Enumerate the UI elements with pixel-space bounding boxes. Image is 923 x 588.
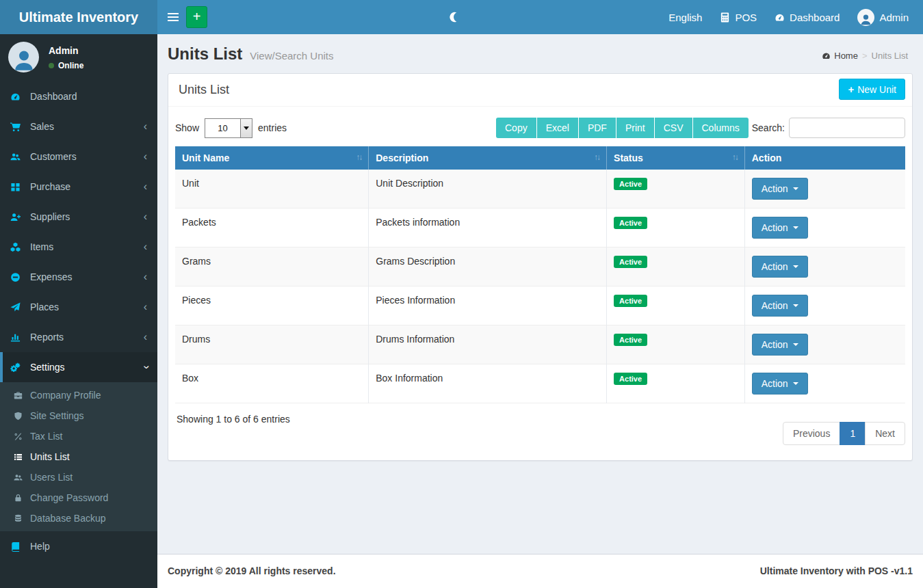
app-logo[interactable]: Ultimate Inventory [0, 0, 157, 34]
pagination-next[interactable]: Next [865, 422, 905, 445]
action-dropdown-button[interactable]: Action [752, 256, 808, 278]
briefcase-icon [14, 391, 30, 400]
top-navbar: + English POS Dashboard [157, 0, 923, 34]
panel-title: Units List [179, 83, 229, 96]
table-row: BoxBox InformationActiveAction [175, 364, 905, 403]
chevron-left-icon: ‹ [144, 302, 147, 312]
sidebar-item-sales[interactable]: Sales‹ [0, 111, 157, 142]
sidebar-subitem-units-list[interactable]: Units List [0, 446, 157, 467]
online-status-icon [49, 63, 54, 68]
breadcrumb-current: Units List [872, 51, 908, 61]
action-dropdown-button[interactable]: Action [752, 373, 808, 395]
sidebar-subitem-company-profile[interactable]: Company Profile [0, 385, 157, 405]
export-copy-button[interactable]: Copy [496, 118, 537, 138]
page-subtitle: View/Search Units [250, 50, 333, 62]
sidebar-item-purchase[interactable]: Purchase‹ [0, 172, 157, 202]
table-controls: Show 10 entries CopyExcelPDFPrintCSVColu… [175, 113, 905, 146]
nav-user[interactable]: Admin [848, 0, 918, 34]
sidebar-subitem-tax-list[interactable]: Tax List [0, 426, 157, 446]
sidebar-subitem-change-password[interactable]: Change Password [0, 487, 157, 508]
lock-icon [14, 494, 30, 503]
panel-body: Show 10 entries CopyExcelPDFPrintCSVColu… [168, 107, 912, 460]
copyright-text: Copyright © 2019 All rights reserved. [168, 565, 336, 577]
sidebar-user-panel: Admin Online [0, 34, 157, 81]
status-badge: Active [614, 178, 647, 190]
plus-icon: + [848, 83, 854, 95]
status-cell: Active [607, 248, 745, 286]
units-table: ↑↓Unit Name↑↓Description↑↓StatusAction U… [175, 146, 905, 403]
action-cell: Action [744, 325, 905, 364]
column-header-action: Action [744, 146, 905, 170]
unit-name-cell: Grams [175, 248, 369, 286]
sidebar-subitem-users-list[interactable]: Users List [0, 467, 157, 487]
sidebar-item-help[interactable]: Help [0, 531, 157, 561]
column-header-unit-name[interactable]: ↑↓Unit Name [175, 146, 369, 170]
breadcrumb-home[interactable]: Home [822, 51, 858, 61]
bar-chart-icon [10, 332, 27, 343]
user-avatar-icon [8, 42, 39, 72]
sidebar: Admin Online DashboardSales‹Customers‹Pu… [0, 34, 157, 588]
sidebar-item-dashboard[interactable]: Dashboard [0, 81, 157, 111]
nav-dashboard[interactable]: Dashboard [766, 0, 848, 34]
list-icon [14, 453, 30, 462]
units-table-head: ↑↓Unit Name↑↓Description↑↓StatusAction [175, 146, 905, 170]
status-cell: Active [607, 364, 745, 403]
sidebar-item-places[interactable]: Places‹ [0, 292, 157, 322]
sort-icon: ↑↓ [356, 152, 361, 162]
new-unit-button[interactable]: + New Unit [839, 79, 905, 100]
export-excel-button[interactable]: Excel [537, 118, 579, 138]
pagination: Previous1Next [783, 422, 905, 445]
nav-pos[interactable]: POS [711, 0, 766, 34]
sidebar-user-status[interactable]: Online [49, 61, 83, 70]
sidebar-item-settings[interactable]: Settings‹ [0, 352, 157, 382]
moon-icon[interactable] [449, 12, 460, 23]
export-csv-button[interactable]: CSV [655, 118, 693, 138]
search-input[interactable] [789, 118, 905, 138]
quick-add-button[interactable]: + [186, 6, 207, 28]
units-table-body: UnitUnit DescriptionActiveActionPacketsP… [175, 170, 905, 403]
action-cell: Action [744, 209, 905, 248]
column-header-description[interactable]: ↑↓Description [369, 146, 607, 170]
sidebar-subitem-site-settings[interactable]: Site Settings [0, 405, 157, 426]
unit-name-cell: Packets [175, 209, 369, 248]
chevron-down-icon: ‹ [140, 365, 151, 369]
description-cell: Box Information [369, 364, 607, 403]
breadcrumb: Home > Units List [822, 51, 908, 61]
action-dropdown-button[interactable]: Action [752, 178, 808, 200]
content-header: Units List View/Search Units Home > Unit… [157, 34, 923, 64]
sidebar-item-items[interactable]: Items‹ [0, 232, 157, 262]
action-dropdown-button[interactable]: Action [752, 217, 808, 239]
status-cell: Active [607, 286, 745, 325]
action-dropdown-button[interactable]: Action [752, 295, 808, 317]
users-icon [10, 152, 27, 162]
sidebar-item-customers[interactable]: Customers‹ [0, 142, 157, 172]
table-footer: Showing 1 to 6 of 6 entries Previous1Nex… [175, 414, 905, 453]
export-pdf-button[interactable]: PDF [579, 118, 616, 138]
description-cell: Grams Description [369, 248, 607, 286]
page-title: Units List [168, 44, 242, 63]
sidebar-item-suppliers[interactable]: Suppliers‹ [0, 202, 157, 232]
unit-name-cell: Drums [175, 325, 369, 364]
navbar-right: English POS Dashboard Admin [660, 0, 918, 34]
paper-plane-icon [10, 302, 27, 312]
sidebar-subitem-database-backup[interactable]: Database Backup [0, 508, 157, 529]
hamburger-icon[interactable] [157, 0, 188, 34]
dashboard-icon [822, 51, 831, 60]
export-columns-button[interactable]: Columns [693, 118, 749, 138]
sidebar-item-expenses[interactable]: Expenses‹ [0, 262, 157, 292]
nav-language[interactable]: English [660, 0, 711, 34]
chevron-left-icon: ‹ [144, 241, 147, 252]
pagination-page-1[interactable]: 1 [840, 422, 866, 445]
caret-down-icon [793, 226, 798, 229]
export-print-button[interactable]: Print [616, 118, 655, 138]
action-dropdown-button[interactable]: Action [752, 334, 808, 356]
sidebar-item-reports[interactable]: Reports‹ [0, 322, 157, 352]
sort-icon: ↑↓ [732, 152, 738, 162]
column-header-status[interactable]: ↑↓Status [607, 146, 745, 170]
pagination-previous[interactable]: Previous [783, 422, 840, 445]
description-cell: Drums Information [369, 325, 607, 364]
entries-label: entries [258, 122, 287, 133]
page-length-select[interactable]: 10 [205, 118, 252, 138]
chevron-left-icon: ‹ [144, 121, 147, 132]
action-cell: Action [744, 170, 905, 209]
